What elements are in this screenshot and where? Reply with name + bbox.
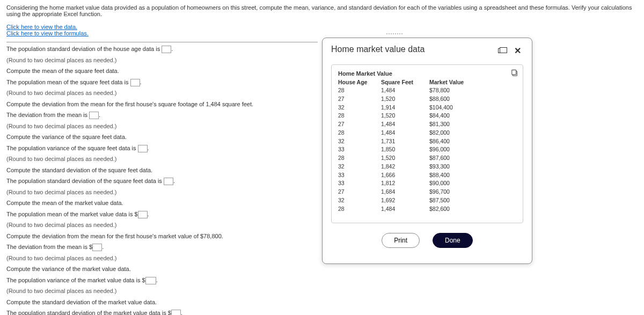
cell-sqft: 1,842 bbox=[381, 163, 429, 171]
sd-mv-input[interactable] bbox=[171, 310, 181, 315]
table-row: 271,484$81,300 bbox=[338, 120, 516, 129]
compute-dev-sqft: Compute the deviation from the mean for … bbox=[6, 100, 318, 109]
compute-var-sqft: Compute the variance of the square feet … bbox=[6, 133, 318, 142]
var-sqft-text: The population variance of the square fe… bbox=[6, 145, 138, 151]
col-header-sqft: Square Feet bbox=[381, 79, 429, 85]
copy-icon[interactable] bbox=[511, 69, 518, 77]
cell-age: 32 bbox=[338, 104, 381, 112]
cell-age: 32 bbox=[338, 137, 381, 146]
table-row: 321,914$104,400 bbox=[338, 104, 516, 112]
cell-age: 28 bbox=[338, 86, 381, 95]
dev-sqft-input[interactable] bbox=[89, 112, 99, 119]
table-row: 281,520$87,600 bbox=[338, 154, 516, 163]
var-mv-input[interactable] bbox=[145, 277, 156, 284]
cell-value: $90,000 bbox=[429, 179, 478, 188]
sd-sqft-input[interactable] bbox=[164, 178, 173, 185]
cell-value: $96,700 bbox=[429, 188, 478, 196]
compute-sd-mv: Compute the standard deviation of the ma… bbox=[6, 298, 318, 307]
done-button[interactable]: Done bbox=[433, 233, 473, 248]
compute-dev-mv: Compute the deviation from the mean for … bbox=[6, 232, 318, 241]
cell-age: 27 bbox=[338, 95, 381, 104]
table-row: 271,520$88,600 bbox=[338, 95, 516, 104]
sd-mv-text: The population standard deviation of the… bbox=[6, 310, 171, 315]
round-hint: (Round to two decimal places as needed.) bbox=[6, 122, 318, 131]
compute-mean-sqft: Compute the mean of the square feet data… bbox=[6, 67, 318, 76]
period: . bbox=[156, 277, 158, 283]
period: . bbox=[148, 145, 149, 151]
cell-value: $96,000 bbox=[429, 145, 478, 154]
table-row: 321,692$87,500 bbox=[338, 196, 516, 205]
period: . bbox=[99, 112, 100, 118]
cell-value: $78,800 bbox=[429, 86, 478, 95]
link-view-data[interactable]: Click here to view the data. bbox=[6, 24, 638, 30]
link-view-formulas[interactable]: Click here to view the formulas. bbox=[6, 30, 638, 36]
cell-age: 33 bbox=[338, 171, 381, 180]
cell-value: $87,500 bbox=[429, 196, 478, 205]
dev-sqft-text: The deviation from the mean is bbox=[6, 112, 89, 118]
compute-mean-mv: Compute the mean of the market value dat… bbox=[6, 199, 318, 208]
cell-value: $93,300 bbox=[429, 163, 478, 171]
data-title: Home Market Value bbox=[338, 70, 516, 77]
round-hint: (Round to two decimal places as needed.) bbox=[6, 155, 318, 164]
sd-age-text: The population standard deviation of the… bbox=[6, 46, 162, 52]
mean-sqft-input[interactable] bbox=[130, 79, 140, 86]
dev-mv-text: The deviation from the mean is $ bbox=[6, 244, 92, 250]
cell-age: 28 bbox=[338, 205, 381, 214]
mean-mv-text: The population mean of the market value … bbox=[6, 211, 138, 217]
cell-sqft: 1,484 bbox=[381, 129, 429, 137]
cell-sqft: 1,731 bbox=[381, 137, 429, 146]
cell-age: 33 bbox=[338, 179, 381, 188]
cell-age: 28 bbox=[338, 112, 381, 120]
cell-age: 32 bbox=[338, 196, 381, 205]
table-row: 281,484$82,000 bbox=[338, 129, 516, 137]
period: . bbox=[102, 244, 104, 250]
close-icon[interactable]: ✕ bbox=[512, 45, 523, 57]
col-header-value: Market Value bbox=[429, 79, 478, 85]
cell-value: $87,600 bbox=[429, 154, 478, 163]
round-hint: (Round to two decimal places as needed.) bbox=[6, 287, 318, 296]
cell-sqft: 1,692 bbox=[381, 196, 429, 205]
cell-value: $82,000 bbox=[429, 129, 478, 137]
cell-value: $88,400 bbox=[429, 171, 478, 180]
table-row: 321,731$86,400 bbox=[338, 137, 516, 146]
round-hint: (Round to two decimal places as needed.) bbox=[6, 56, 318, 65]
table-row: 281,484$82,600 bbox=[338, 205, 516, 214]
compute-sd-sqft: Compute the standard deviation of the sq… bbox=[6, 166, 318, 175]
table-row: 281,520$84,400 bbox=[338, 112, 516, 120]
divider bbox=[6, 42, 318, 42]
round-hint: (Round to two decimal places as needed.) bbox=[6, 221, 318, 230]
cell-sqft: 1,520 bbox=[381, 112, 429, 120]
period: . bbox=[148, 211, 149, 217]
cell-age: 32 bbox=[338, 163, 381, 171]
table-row: 331,850$96,000 bbox=[338, 145, 516, 154]
drag-handle[interactable] bbox=[386, 33, 402, 34]
cell-sqft: 1,812 bbox=[381, 179, 429, 188]
dev-mv-input[interactable] bbox=[92, 244, 102, 251]
period: . bbox=[181, 310, 182, 315]
table-row: 321,842$93,300 bbox=[338, 163, 516, 171]
cell-sqft: 1,484 bbox=[381, 86, 429, 95]
table-row: 281,484$78,800 bbox=[338, 86, 516, 95]
cell-age: 28 bbox=[338, 154, 381, 163]
cell-value: $88,600 bbox=[429, 95, 478, 104]
cell-value: $84,400 bbox=[429, 112, 478, 120]
table-row: 331,666$88,400 bbox=[338, 171, 516, 180]
period: . bbox=[140, 79, 142, 85]
sd-age-input[interactable] bbox=[162, 46, 171, 53]
question-intro: Considering the home market value data p… bbox=[6, 4, 638, 17]
new-window-icon[interactable] bbox=[496, 46, 507, 56]
mean-mv-input[interactable] bbox=[138, 211, 148, 218]
var-mv-text: The population variance of the market va… bbox=[6, 277, 145, 283]
cell-age: 27 bbox=[338, 188, 381, 196]
cell-sqft: 1,684 bbox=[381, 188, 429, 196]
print-button[interactable]: Print bbox=[382, 233, 420, 248]
sd-sqft-text: The population standard deviation of the… bbox=[6, 178, 164, 184]
cell-value: $81,300 bbox=[429, 120, 478, 129]
var-sqft-input[interactable] bbox=[138, 145, 148, 152]
cell-sqft: 1,520 bbox=[381, 95, 429, 104]
svg-rect-1 bbox=[512, 70, 516, 75]
data-modal: Home market value data ✕ Home Market Val… bbox=[322, 38, 532, 264]
cell-age: 27 bbox=[338, 120, 381, 129]
cell-sqft: 1,520 bbox=[381, 154, 429, 163]
col-header-age: House Age bbox=[338, 79, 381, 85]
